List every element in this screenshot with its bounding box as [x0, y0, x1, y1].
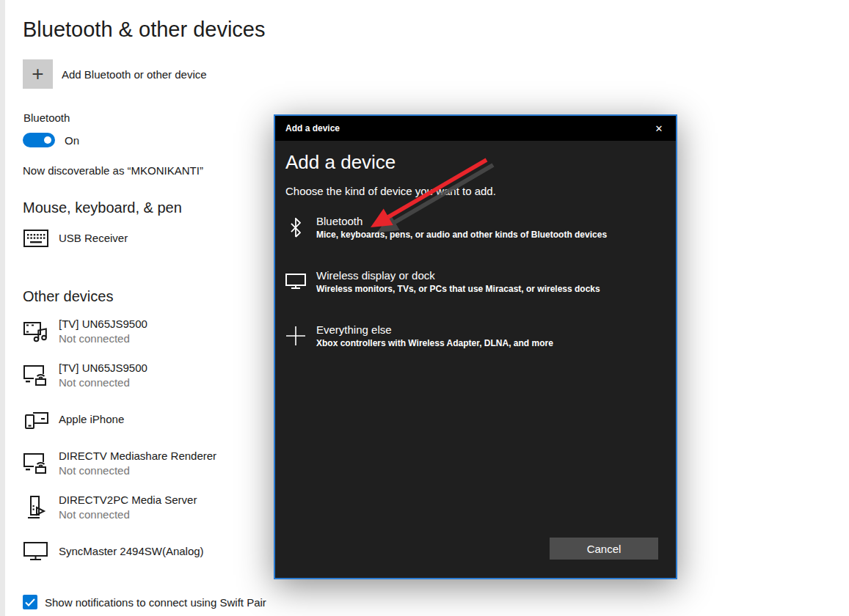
phone-monitor-icon — [23, 410, 49, 430]
device-status: Not connected — [59, 507, 197, 522]
option-description: Mice, keyboards, pens, or audio and othe… — [316, 230, 607, 241]
page-title: Bluetooth & other devices — [23, 18, 265, 42]
option-title: Wireless display or dock — [316, 268, 600, 282]
option-title: Bluetooth — [316, 214, 607, 228]
device-name: SyncMaster 2494SW(Analog) — [59, 544, 204, 559]
device-name: DIRECTV Mediashare Renderer — [59, 449, 216, 463]
device-tv-media[interactable]: [TV] UN65JS9500 Not connected — [23, 311, 265, 352]
device-name: [TV] UN65JS9500 — [59, 317, 147, 331]
device-apple-iphone[interactable]: Apple iPhone — [23, 399, 265, 440]
device-usb-receiver[interactable]: USB Receiver — [23, 218, 265, 259]
media-server-icon — [23, 496, 49, 519]
plus-icon: + — [23, 59, 53, 89]
device-directv-mediashare[interactable]: DIRECTV Mediashare Renderer Not connecte… — [23, 443, 265, 484]
dialog-subtitle: Choose the kind of device you want to ad… — [285, 185, 496, 197]
device-name: Apple iPhone — [59, 412, 124, 427]
device-name: [TV] UN65JS9500 — [59, 361, 147, 375]
device-directv2pc-server[interactable]: DIRECTV2PC Media Server Not connected — [23, 487, 265, 528]
dialog-titlebar: Add a device ✕ — [275, 116, 676, 141]
device-syncmaster-monitor[interactable]: SyncMaster 2494SW(Analog) — [23, 531, 265, 572]
wireless-display-icon — [23, 453, 49, 474]
monitor-icon — [285, 274, 306, 290]
checkbox-checked-icon[interactable] — [23, 595, 37, 609]
add-bluetooth-label: Add Bluetooth or other device — [62, 68, 207, 81]
section-mouse-keyboard-pen: Mouse, keyboard, & pen — [23, 199, 182, 216]
option-everything-else[interactable]: Everything else Xbox controllers with Wi… — [285, 323, 666, 349]
add-bluetooth-button[interactable]: + Add Bluetooth or other device — [23, 59, 207, 89]
swift-pair-label: Show notifications to connect using Swif… — [45, 596, 266, 609]
add-device-dialog: Add a device ✕ Add a device Choose the k… — [274, 114, 677, 579]
swift-pair-checkbox-row[interactable]: Show notifications to connect using Swif… — [23, 595, 266, 609]
option-description: Wireless monitors, TVs, or PCs that use … — [316, 284, 600, 295]
wireless-display-icon — [23, 365, 49, 386]
dialog-titlebar-text: Add a device — [275, 123, 340, 133]
bluetooth-toggle-label: Bluetooth — [23, 111, 70, 124]
bluetooth-icon — [285, 218, 306, 238]
device-name: USB Receiver — [59, 231, 128, 246]
section-other-devices: Other devices — [23, 288, 113, 305]
discoverable-text: Now discoverable as “MKONIKANTI” — [23, 164, 203, 177]
toggle-knob — [44, 136, 51, 144]
settings-window: Bluetooth & other devices + Add Bluetoot… — [0, 0, 849, 616]
keyboard-icon — [23, 230, 49, 247]
dialog-body: Add a device Choose the kind of device y… — [275, 141, 676, 578]
device-status: Not connected — [59, 331, 147, 346]
option-description: Xbox controllers with Wireless Adapter, … — [316, 338, 553, 349]
option-wireless-display[interactable]: Wireless display or dock Wireless monito… — [285, 268, 666, 295]
option-bluetooth[interactable]: Bluetooth Mice, keyboards, pens, or audi… — [285, 214, 666, 241]
dialog-heading: Add a device — [285, 151, 396, 174]
window-edge-strip — [0, 0, 5, 616]
option-title: Everything else — [316, 323, 553, 337]
device-status: Not connected — [59, 463, 216, 478]
device-name: DIRECTV2PC Media Server — [59, 493, 197, 507]
bluetooth-toggle-state: On — [65, 134, 79, 147]
bluetooth-toggle[interactable] — [23, 133, 55, 147]
device-tv-display[interactable]: [TV] UN65JS9500 Not connected — [23, 355, 265, 396]
plus-icon — [285, 326, 306, 346]
cancel-button[interactable]: Cancel — [550, 538, 658, 560]
device-status: Not connected — [59, 375, 147, 390]
close-icon[interactable]: ✕ — [642, 116, 676, 141]
monitor-icon — [23, 542, 49, 561]
media-cast-icon — [23, 320, 49, 342]
